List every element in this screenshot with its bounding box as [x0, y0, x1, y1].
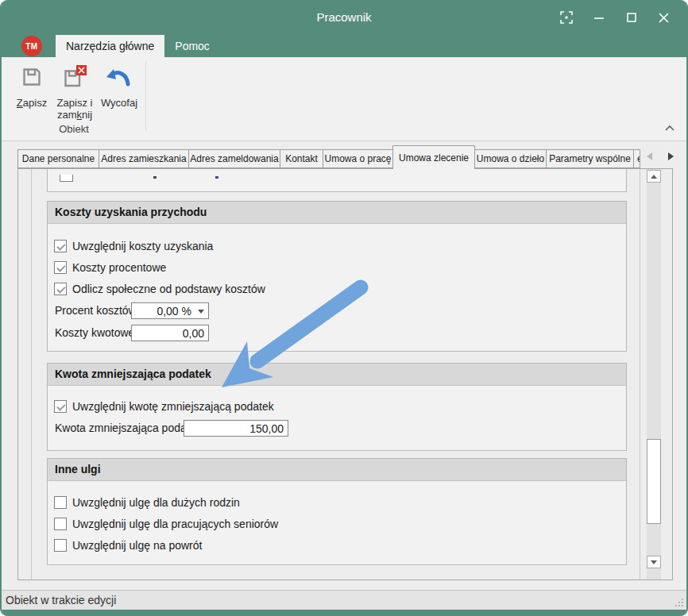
tab-scroll-right-icon[interactable]: [668, 152, 674, 160]
scroll-up-icon: [651, 175, 657, 179]
ribbon-group-label: Obiekt: [2, 123, 146, 135]
save-button-label: Zapisz: [17, 97, 47, 109]
group-koszty-uzyskania-przychodu: Koszty uzyskania przychodu Uwzględnij ko…: [47, 201, 627, 352]
tab-scroll-left-icon[interactable]: [647, 152, 652, 160]
ribbon-tab-row: TM Narzędzia główne Pomoc: [2, 35, 686, 57]
clipped-text-fragment: [153, 176, 157, 179]
tab-dane-personalne[interactable]: Dane personalne: [17, 149, 99, 168]
maximize-icon: [627, 13, 636, 22]
field-row: Procent kosztów: 0,00 %: [48, 302, 626, 319]
ribbon: Zapisz Zapisz i zamknij: [2, 57, 686, 141]
tab-umowa-o-prace[interactable]: Umowa o pracę: [323, 149, 393, 168]
app-logo[interactable]: TM: [21, 36, 42, 56]
titlebar: Pracownik: [2, 0, 686, 35]
scrollbar-up-button[interactable]: [647, 170, 661, 183]
group-kwota-zmniejszajaca-podatek: Kwota zmniejszająca podatek Uwzględnij k…: [47, 363, 627, 451]
checkbox-uwzglednij-kwote-zmniejszajaca[interactable]: [54, 400, 67, 413]
window-bottom-edge: [2, 610, 686, 616]
resize-grip-icon[interactable]: [674, 597, 684, 607]
vertical-scrollbar[interactable]: [647, 169, 661, 579]
close-button[interactable]: [647, 5, 680, 30]
tab-adres-zameldowania[interactable]: Adres zameldowania: [188, 149, 280, 168]
main-content: Dane personalne Adres zamieszkania Adres…: [2, 141, 686, 590]
checkbox-label: Uwzględnij ulgę dla pracujących seniorów: [72, 518, 278, 531]
checkbox-ulga-duze-rodziny[interactable]: [54, 496, 67, 509]
tab-partial[interactable]: e: [633, 149, 640, 168]
field-row: Kwota zmniejszająca podatek:: [48, 420, 626, 437]
window-controls: [550, 0, 680, 35]
fit-screen-icon[interactable]: [550, 5, 582, 30]
ribbon-tab-narzedzia-glowne[interactable]: Narzędzia główne: [56, 35, 164, 57]
tab-parametry-wspolne[interactable]: Parametry wspólne: [546, 149, 634, 168]
tab-umowa-zlecenie[interactable]: Umowa zlecenie: [392, 145, 475, 169]
minimize-icon: [593, 12, 605, 23]
kwota-zmniejszajaca-input[interactable]: [184, 420, 288, 437]
chevron-up-icon: [664, 125, 675, 132]
tab-umowa-o-dzielo[interactable]: Umowa o dzieło: [474, 149, 547, 168]
scroll-panel-left-edge: [31, 169, 32, 579]
group-header: Kwota zmniejszająca podatek: [48, 364, 626, 386]
checkbox-koszty-procentowe[interactable]: [54, 261, 67, 274]
field-label: Koszty kwotowe:: [55, 325, 137, 341]
status-text: Obiekt w trakcie edycji: [6, 594, 116, 606]
checkbox-label: Uwzględnij ulgę dla dużych rodzin: [72, 496, 240, 510]
field-label: Kwota zmniejszająca podatek:: [55, 420, 204, 437]
checkbox-label: Uwzględnij koszty uzyskania: [72, 240, 213, 253]
save-and-close-icon: [62, 65, 87, 94]
scrollbar-thumb[interactable]: [647, 439, 661, 524]
scroll-down-icon: [651, 560, 657, 564]
dropdown-arrow-icon: [198, 310, 204, 314]
checkbox-ulga-na-powrot[interactable]: [54, 539, 67, 552]
scroll-panel-right-edge: [640, 169, 640, 579]
undo-button-label: Wycofaj: [101, 97, 137, 109]
save-icon: [20, 65, 44, 94]
ribbon-group-separator: [145, 61, 146, 131]
checkbox-label: Uwzględnij kwotę zmniejszającą podatek: [72, 400, 274, 414]
combobox-value: 0,00 %: [157, 305, 191, 318]
fit-screen-glyph: [559, 10, 574, 25]
app-logo-text: TM: [25, 42, 37, 51]
group-partial-top: [47, 169, 627, 192]
ribbon-tab-pomoc[interactable]: Pomoc: [164, 35, 220, 57]
checkbox-label: Koszty procentowe: [72, 261, 166, 275]
checkbox-label: Uwzględnij ulgę na powrót: [72, 539, 202, 552]
group-inne-ulgi: Inne ulgi Uwzględnij ulgę dla dużych rod…: [47, 458, 627, 565]
field-label: Procent kosztów:: [55, 302, 140, 319]
checkbox-odlicz-spoleczne[interactable]: [54, 283, 67, 295]
koszty-kwotowe-input[interactable]: [131, 325, 209, 341]
app-window: Pracownik: [0, 0, 688, 616]
maximize-button[interactable]: [615, 5, 647, 30]
collapse-ribbon-button[interactable]: [664, 121, 677, 130]
checkbox-label: Odlicz społeczne od podstawy kosztów: [72, 283, 265, 296]
tab-adres-zamieszkania[interactable]: Adres zamieszkania: [99, 149, 189, 168]
minimize-button[interactable]: [582, 5, 615, 30]
group-header: Inne ulgi: [48, 459, 626, 481]
scrollbar-down-button[interactable]: [647, 556, 661, 568]
group-header: Koszty uzyskania przychodu: [48, 202, 626, 224]
checkbox-ulga-seniorzy[interactable]: [54, 518, 67, 530]
checkbox-partial[interactable]: [60, 175, 73, 182]
statusbar: Obiekt w trakcie edycji: [2, 590, 686, 610]
clipped-text-fragment: [215, 176, 218, 179]
tab-page-umowa-zlecenie: Koszty uzyskania przychodu Uwzględnij ko…: [17, 168, 673, 580]
close-icon: [658, 12, 670, 24]
save-and-close-button-label: Zapisz i zamknij: [57, 97, 93, 121]
field-row: Koszty kwotowe:: [48, 325, 626, 341]
checkbox-uwzglednij-koszty-uzyskania[interactable]: [54, 240, 67, 252]
tab-kontakt[interactable]: Kontakt: [280, 149, 323, 168]
undo-icon: [106, 65, 133, 94]
procent-kosztow-combobox[interactable]: 0,00 %: [131, 302, 209, 319]
